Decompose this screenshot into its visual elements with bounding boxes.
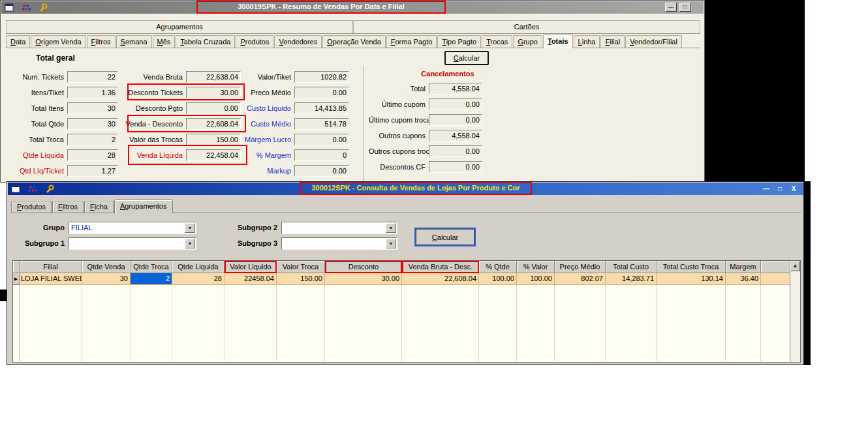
chevron-down-icon[interactable]: ▼: [386, 223, 396, 233]
subgrupo1-combobox[interactable]: ▼: [69, 237, 196, 250]
team-dots-icon[interactable]: [28, 185, 39, 194]
calcular-button-consulta[interactable]: Calcular: [416, 229, 474, 245]
cell-total-custo-troca[interactable]: 130.14: [657, 273, 726, 285]
tab-trocas[interactable]: Trocas: [482, 35, 512, 48]
grupo-value: FILIAL: [71, 224, 92, 231]
marker-column-body: [13, 285, 20, 361]
outros-cupons-troca-value: 0.00: [429, 145, 482, 157]
tab-semana[interactable]: Semana: [116, 35, 152, 48]
app-window-icon[interactable]: [11, 185, 22, 194]
col-header-valor-troca[interactable]: Valor Troca: [277, 261, 325, 273]
col-header-qtde-troca[interactable]: Qtde Troca: [131, 261, 172, 273]
tab-agrupamentos[interactable]: Agrupamentos: [114, 200, 173, 213]
window-controls-resumo: — □: [665, 3, 691, 12]
outros-cupons-value: 4,558.04: [429, 130, 482, 141]
window-consulta-vendas: 300012SPK - Consulta de Vendas de Lojas …: [7, 181, 804, 365]
body-col: [277, 285, 325, 361]
tab-produtos[interactable]: Produtos: [236, 35, 273, 48]
wrench-icon[interactable]: [39, 3, 49, 12]
chevron-down-icon[interactable]: ▼: [185, 223, 195, 233]
tab-ficha[interactable]: Ficha: [84, 201, 114, 213]
col-header-desconto[interactable]: Desconto: [325, 261, 402, 273]
cell-qtde-venda[interactable]: 30: [82, 273, 131, 285]
marker-column-header: [13, 261, 20, 273]
ultimo-cupom-value: 0.00: [429, 98, 482, 110]
group-tab-label: Cartões: [514, 23, 540, 31]
custo-medio-value: 514.78: [294, 118, 349, 130]
col-header-filial[interactable]: Filial: [20, 261, 82, 273]
cell-qtde-troca-selected[interactable]: 2: [131, 273, 172, 285]
field-row: Último cupom0.00: [369, 98, 482, 110]
field-row: Total Qtde30: [5, 118, 118, 130]
cell-valor-troca[interactable]: 150.00: [277, 273, 325, 285]
grid-empty-body: [13, 285, 791, 361]
calcular-button-resumo[interactable]: Calcular: [444, 51, 489, 65]
group-tab-agrupamentos[interactable]: Agrupamentos: [6, 20, 353, 33]
tab-data[interactable]: Data: [6, 35, 30, 48]
table-row[interactable]: ▶ LOJA FILIAL SWEDA 30 2 28 22458.04 150…: [13, 273, 791, 285]
cell-valor-liquido[interactable]: 22458.04: [225, 273, 277, 285]
chevron-down-icon[interactable]: ▼: [185, 239, 195, 248]
tab-filtros[interactable]: Filtros: [87, 35, 116, 48]
minimize-button[interactable]: —: [665, 3, 677, 12]
tab-tipo-pagto[interactable]: Tipo Pagto: [437, 35, 481, 48]
field-row: Custo Líquido14,413.85: [217, 102, 349, 114]
col-header-pct-valor[interactable]: % Valor: [517, 261, 555, 273]
col-header-total-custo[interactable]: Total Custo: [606, 261, 657, 273]
subgrupo3-combobox[interactable]: ▼: [281, 237, 397, 250]
cell-desconto[interactable]: 30.00: [325, 273, 402, 285]
col-header-margem[interactable]: Margem: [726, 261, 761, 273]
col-header-qtde-venda[interactable]: Qtde Venda: [82, 261, 131, 273]
col-header-qtde-liquida[interactable]: Qtde Liquida: [172, 261, 225, 273]
ultimo-cupom-troca-value: 0.00: [429, 114, 482, 126]
cell-total-custo[interactable]: 14,283.71: [606, 273, 657, 285]
cell-qtde-liquida[interactable]: 28: [172, 273, 225, 285]
grupo-combobox[interactable]: FILIAL ▼: [69, 222, 196, 234]
maximize-button[interactable]: □: [679, 3, 691, 12]
tab-vendedores[interactable]: Vendedores: [274, 35, 322, 48]
vertical-scrollbar[interactable]: ▲: [790, 261, 800, 362]
field-row: Último cupom troca0.00: [369, 114, 482, 126]
tab-origem-venda[interactable]: Origem Venda: [31, 35, 85, 48]
group-tab-cartoes[interactable]: Cartões: [353, 20, 700, 33]
chevron-down-icon[interactable]: ▼: [386, 239, 396, 248]
field-row: Custo Médio514.78: [217, 118, 349, 130]
tab-linha[interactable]: Linha: [574, 35, 600, 48]
maximize-button[interactable]: □: [775, 185, 784, 193]
cell-venda-bruta-desc[interactable]: 22,608.04: [402, 273, 479, 285]
scroll-up-icon[interactable]: ▲: [790, 261, 800, 271]
pct-margem-label: % Margem: [217, 151, 294, 159]
tab-mes[interactable]: Mês: [153, 35, 176, 48]
col-header-preco-medio[interactable]: Preço Médio: [555, 261, 606, 273]
cell-preco-medio[interactable]: 802.07: [555, 273, 606, 285]
close-button[interactable]: X: [789, 185, 798, 193]
tab-vendedor-filial[interactable]: Vendedor/Filial: [625, 35, 682, 48]
tab-grupo[interactable]: Grupo: [513, 35, 542, 48]
col-header-total-custo-troca[interactable]: Total Custo Troca: [657, 261, 726, 273]
custo-liquido-label: Custo Líquido: [217, 104, 294, 112]
subgrupo2-combobox[interactable]: ▼: [281, 222, 397, 234]
tab-forma-pagto[interactable]: Forma Pagto: [386, 35, 437, 48]
tab-filtros[interactable]: Filtros: [52, 201, 84, 213]
body-col: [325, 285, 402, 361]
col-header-valor-liquido[interactable]: Valor Liquido: [225, 261, 277, 273]
tab-totais[interactable]: Totais: [543, 34, 573, 48]
body-col: [131, 285, 172, 361]
cell-pct-valor[interactable]: 100.00: [517, 273, 555, 285]
tab-operacao-venda[interactable]: Operação Venda: [322, 35, 386, 48]
tab-tabela-cruzada[interactable]: Tabela Cruzada: [176, 35, 235, 48]
cell-pct-qtde[interactable]: 100.00: [479, 273, 517, 285]
minimize-button[interactable]: —: [762, 185, 771, 193]
field-row: Itens/Tiket1.36: [5, 87, 118, 98]
cell-filial[interactable]: LOJA FILIAL SWEDA: [20, 273, 82, 285]
col-header-venda-bruta-desc[interactable]: Venda Bruta - Desc.: [402, 261, 479, 273]
team-dots-icon[interactable]: [22, 3, 32, 12]
app-window-icon[interactable]: [5, 3, 15, 12]
field-row: Margem Lucro0.00: [217, 134, 349, 145]
tab-filial[interactable]: Filial: [600, 35, 625, 48]
wrench-icon[interactable]: [45, 185, 55, 194]
tab-produtos[interactable]: Produtos: [11, 201, 52, 213]
cell-margem[interactable]: 36.40: [726, 273, 761, 285]
margem-lucro-value: 0.00: [294, 134, 349, 145]
col-header-pct-qtde[interactable]: % Qtde: [479, 261, 517, 273]
